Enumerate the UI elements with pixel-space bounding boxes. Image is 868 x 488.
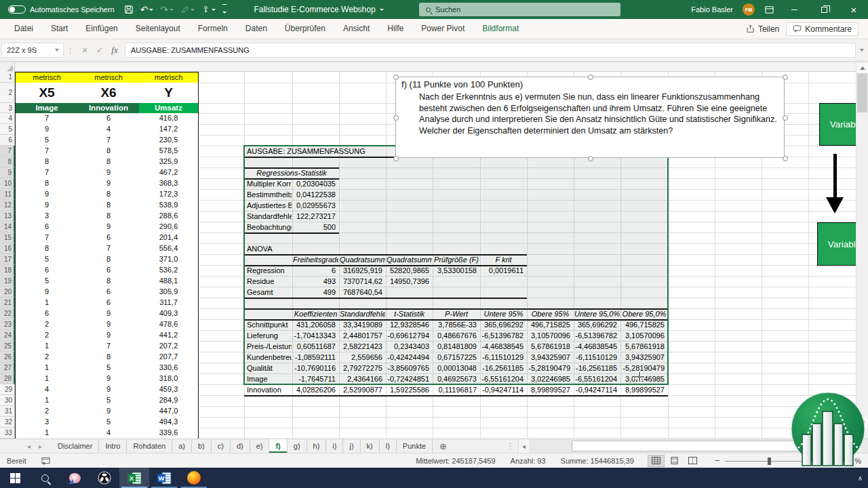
- data-cell[interactable]: 6: [15, 308, 79, 320]
- row-header-28[interactable]: 28: [0, 373, 15, 384]
- row-header-12[interactable]: 12: [0, 200, 15, 211]
- data-cell[interactable]: 8: [78, 200, 140, 211]
- excel-taskbar-button[interactable]: X: [119, 468, 149, 488]
- user-name[interactable]: Fabio Basler: [691, 5, 733, 14]
- vscroll-thumb[interactable]: [857, 73, 867, 113]
- data-cell[interactable]: 3: [15, 417, 79, 428]
- row-header-8[interactable]: 8: [0, 157, 15, 167]
- ribbon-tab-formeln[interactable]: Formeln: [189, 19, 237, 39]
- data-cell[interactable]: 3: [15, 211, 79, 222]
- sheet-tab-Intro[interactable]: Intro: [99, 439, 127, 453]
- sheet-tab-Disclaimer[interactable]: Disclaimer: [52, 439, 99, 453]
- data-cell[interactable]: 230,5: [139, 135, 199, 146]
- data-cell[interactable]: 201,4: [139, 232, 199, 244]
- macro-record-icon[interactable]: [41, 457, 50, 465]
- sheet-tab-j[interactable]: j): [343, 439, 360, 453]
- data-cell[interactable]: 330,6: [139, 363, 199, 374]
- data-cell[interactable]: 2: [15, 330, 79, 342]
- data-cell[interactable]: 8: [15, 178, 79, 190]
- row-header-10[interactable]: 10: [0, 178, 15, 189]
- data-cell[interactable]: 1: [15, 298, 79, 309]
- data-cell[interactable]: 6: [15, 265, 79, 277]
- row-header-13[interactable]: 13: [0, 211, 15, 222]
- data-cell[interactable]: 6: [78, 265, 140, 277]
- zoom-out-icon[interactable]: −: [715, 455, 720, 466]
- redo-icon[interactable]: ↷: [160, 5, 174, 14]
- data-cell[interactable]: 8: [78, 189, 140, 201]
- data-cell[interactable]: 7: [78, 243, 140, 255]
- data-cell[interactable]: 8: [78, 254, 140, 266]
- minimize-button[interactable]: [784, 0, 804, 19]
- save-icon[interactable]: [124, 5, 134, 14]
- data-cell[interactable]: 9: [78, 384, 140, 396]
- scale-type-cell[interactable]: metrisch: [15, 72, 79, 83]
- variable-label-cell[interactable]: Innovation: [78, 103, 140, 114]
- data-cell[interactable]: 371,0: [139, 254, 199, 266]
- data-cell[interactable]: 9: [15, 287, 79, 298]
- data-cell[interactable]: 7: [78, 135, 140, 146]
- variable-name-cell[interactable]: X6: [78, 83, 140, 104]
- data-cell[interactable]: 6: [78, 298, 140, 309]
- row-header-19[interactable]: 19: [0, 276, 15, 287]
- shape-handle[interactable]: [783, 156, 788, 161]
- data-cell[interactable]: 1: [15, 395, 79, 407]
- sheet-tab-e[interactable]: e): [250, 439, 270, 453]
- shape-handle[interactable]: [783, 75, 788, 80]
- word-taskbar-button[interactable]: W: [149, 468, 179, 488]
- sheet-nav-right-icon[interactable]: ▸: [39, 443, 42, 450]
- shape-handle[interactable]: [588, 156, 593, 161]
- data-cell[interactable]: 6: [78, 113, 140, 125]
- ribbon-tab-hilfe[interactable]: Hilfe: [378, 19, 412, 39]
- data-cell[interactable]: 536,2: [139, 265, 199, 277]
- data-cell[interactable]: 441,2: [139, 330, 199, 342]
- hscroll-left-icon[interactable]: ◂: [518, 439, 529, 453]
- data-cell[interactable]: 339,6: [139, 428, 199, 439]
- data-cell[interactable]: 5: [78, 363, 140, 374]
- ribbon-tab-datei[interactable]: Datei: [5, 19, 42, 39]
- data-cell[interactable]: 9: [15, 124, 79, 136]
- row-header-30[interactable]: 30: [0, 395, 15, 406]
- data-cell[interactable]: 8: [78, 146, 140, 157]
- data-cell[interactable]: 8: [78, 352, 140, 363]
- data-cell[interactable]: 9: [78, 222, 140, 233]
- data-cell[interactable]: 556,4: [139, 243, 199, 255]
- avatar[interactable]: FB: [743, 3, 755, 16]
- row-header-6[interactable]: 6: [0, 135, 15, 146]
- ribbon-tab-überprüfen[interactable]: Überprüfen: [276, 19, 334, 39]
- data-cell[interactable]: 311,7: [139, 298, 199, 309]
- row-header-9[interactable]: 9: [0, 167, 15, 178]
- data-cell[interactable]: 5: [78, 417, 140, 428]
- data-cell[interactable]: 318,0: [139, 373, 199, 385]
- data-cell[interactable]: 9: [15, 200, 79, 211]
- ribbon-tab-seitenlayout[interactable]: Seitenlayout: [127, 19, 189, 39]
- comments-button[interactable]: Kommentare: [786, 22, 859, 36]
- search-box[interactable]: Suchen: [419, 3, 620, 16]
- row-header-5[interactable]: 5: [0, 124, 15, 135]
- data-cell[interactable]: 9: [15, 189, 79, 201]
- data-cell[interactable]: 9: [78, 406, 140, 418]
- sheet-tab-Punkte[interactable]: Punkte: [397, 439, 433, 453]
- ribbon-tab-einfügen[interactable]: Einfügen: [77, 19, 126, 39]
- data-cell[interactable]: 538,9: [139, 200, 199, 211]
- data-cell[interactable]: 467,2: [139, 167, 199, 179]
- close-button[interactable]: ×: [844, 0, 864, 19]
- row-header-33[interactable]: 33: [0, 428, 15, 439]
- data-cell[interactable]: 8: [78, 211, 140, 222]
- row-header-1[interactable]: 1: [0, 72, 15, 83]
- data-cell[interactable]: 7: [15, 146, 79, 157]
- ribbon-tab-ansicht[interactable]: Ansicht: [334, 19, 378, 39]
- ribbon-tab-start[interactable]: Start: [42, 19, 77, 39]
- sheet-tab-a[interactable]: a): [172, 439, 192, 453]
- undo-icon[interactable]: ↶: [140, 5, 154, 14]
- row-header-2[interactable]: 2: [0, 83, 15, 103]
- row-header-4[interactable]: 4: [0, 113, 15, 124]
- data-cell[interactable]: 9: [78, 178, 140, 190]
- pinned-app-button[interactable]: [60, 468, 90, 488]
- sheet-tab-f[interactable]: f): [269, 439, 287, 453]
- add-sheet-button[interactable]: ⊕: [433, 439, 454, 453]
- data-cell[interactable]: 290,6: [139, 222, 199, 233]
- sheet-tab-h[interactable]: h): [307, 439, 327, 453]
- row-header-11[interactable]: 11: [0, 189, 15, 200]
- variable-label-cell[interactable]: Umsatz: [139, 103, 199, 114]
- formula-input[interactable]: AUSGABE: ZUSAMMENFASSUNG: [125, 43, 856, 58]
